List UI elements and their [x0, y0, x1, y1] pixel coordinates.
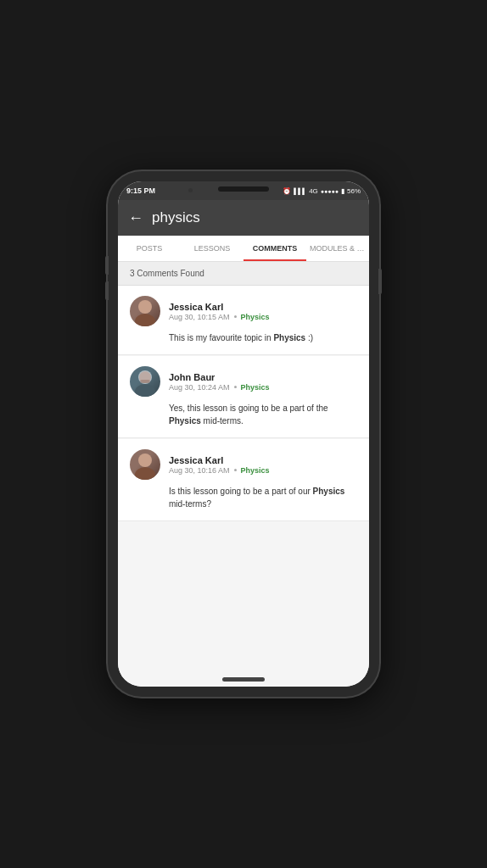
dot-separator	[234, 469, 237, 471]
comment-meta: Jessica Karl Aug 30, 10:16 AM Physics	[169, 455, 357, 475]
app-header: ← physics	[118, 200, 369, 236]
comment-header: Jessica Karl Aug 30, 10:16 AM Physics	[130, 449, 357, 480]
alarm-icon: ⏰	[283, 187, 291, 195]
comment-date: Aug 30, 10:24 AM	[169, 383, 230, 392]
comment-header: Jessica Karl Aug 30, 10:15 AM Physics	[130, 296, 357, 326]
comment-text: This is my favourite topic in	[169, 333, 273, 342]
battery-icon: ▮	[341, 187, 344, 195]
comment-date-row: Aug 30, 10:24 AM Physics	[169, 383, 357, 392]
phone-camera	[188, 188, 193, 192]
comment-tag: Physics	[241, 313, 270, 321]
volume-down-button	[105, 281, 109, 300]
comment-card: Jessica Karl Aug 30, 10:15 AM Physics Th…	[118, 286, 369, 355]
comment-suffix: mid-terms.	[201, 416, 244, 426]
tab-comments[interactable]: COMMENTS	[244, 236, 306, 261]
status-time: 9:15 PM	[126, 186, 155, 195]
network-label: 4G	[309, 187, 318, 195]
comment-tag: Physics	[241, 383, 270, 392]
svg-point-9	[139, 454, 151, 466]
comment-highlight: Physics	[313, 487, 345, 496]
back-button[interactable]: ←	[128, 209, 143, 227]
avatar	[130, 366, 160, 397]
home-button	[222, 677, 265, 682]
phone-screen: 9:15 PM ⏰ ▌▌▌ 4G ●●●●● ▮ 56% ← physics P…	[118, 181, 369, 687]
comment-body: Yes, this lesson is going to be a part o…	[130, 402, 357, 427]
volume-up-button	[105, 256, 109, 275]
commenter-name: John Baur	[169, 372, 357, 382]
tab-modules[interactable]: MODULES & SOCIA	[306, 236, 369, 261]
comment-date-row: Aug 30, 10:15 AM Physics	[169, 313, 357, 321]
comment-text: Is this lesson going to be a part of our	[169, 487, 313, 496]
svg-point-4	[135, 384, 155, 397]
svg-point-1	[135, 314, 155, 326]
dot-separator	[234, 315, 237, 318]
phone-notch	[218, 186, 269, 192]
signal-icon: ▌▌▌	[294, 188, 306, 194]
svg-point-8	[135, 467, 155, 480]
comment-suffix: mid-terms?	[169, 499, 211, 509]
dot-separator	[234, 386, 237, 388]
comment-date: Aug 30, 10:16 AM	[169, 466, 230, 475]
avatar	[130, 449, 160, 480]
comment-date-row: Aug 30, 10:16 AM Physics	[169, 466, 357, 475]
tabs-bar: POSTS LESSONS COMMENTS MODULES & SOCIA	[118, 236, 369, 262]
results-count: 3 Comments Found	[118, 262, 369, 286]
comment-body: Is this lesson going to be a part of our…	[130, 485, 357, 510]
header-title: physics	[152, 209, 200, 226]
comment-meta: John Baur Aug 30, 10:24 AM Physics	[169, 372, 357, 392]
tab-lessons[interactable]: LESSONS	[181, 236, 244, 261]
comment-highlight: Physics	[273, 333, 305, 342]
battery-percent: 56%	[347, 187, 361, 195]
svg-rect-6	[140, 380, 150, 383]
commenter-name: Jessica Karl	[169, 455, 357, 465]
comment-header: John Baur Aug 30, 10:24 AM Physics	[130, 366, 357, 397]
comment-meta: Jessica Karl Aug 30, 10:15 AM Physics	[169, 302, 357, 321]
comment-body: This is my favourite topic in Physics :)	[130, 331, 357, 344]
comment-tag: Physics	[241, 466, 270, 475]
comment-text: Yes, this lesson is going to be a part o…	[169, 403, 328, 413]
comment-date: Aug 30, 10:15 AM	[169, 313, 230, 321]
commenter-name: Jessica Karl	[169, 302, 357, 312]
power-button	[378, 269, 382, 294]
tab-posts[interactable]: POSTS	[118, 236, 181, 261]
svg-point-2	[139, 301, 151, 313]
bars-icon: ●●●●●	[321, 188, 339, 194]
comment-suffix: :)	[305, 333, 313, 342]
comment-card: Jessica Karl Aug 30, 10:16 AM Physics Is…	[118, 439, 369, 521]
avatar	[130, 296, 160, 326]
comment-highlight: Physics	[169, 416, 201, 426]
comment-card: John Baur Aug 30, 10:24 AM Physics Yes, …	[118, 356, 369, 438]
phone-frame: 9:15 PM ⏰ ▌▌▌ 4G ●●●●● ▮ 56% ← physics P…	[108, 171, 379, 697]
status-icons: ⏰ ▌▌▌ 4G ●●●●● ▮ 56%	[283, 187, 361, 195]
content-area: 3 Comments Found Jessica Karl	[118, 262, 369, 687]
